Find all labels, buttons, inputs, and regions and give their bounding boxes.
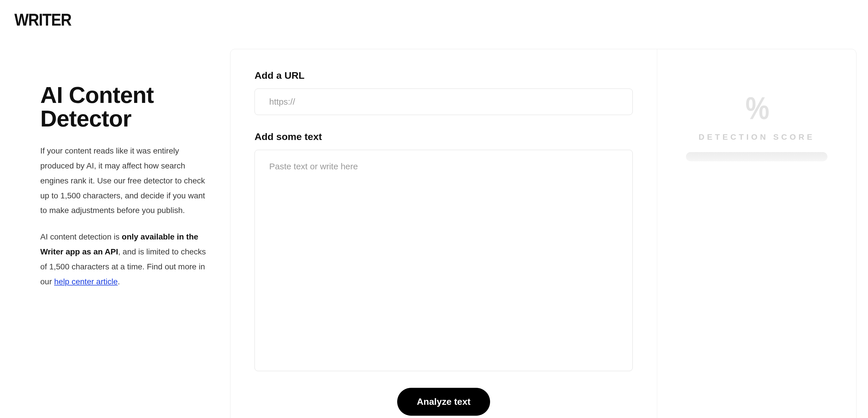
text-label: Add some text	[254, 131, 633, 142]
score-panel: % DETECTION SCORE	[657, 49, 856, 418]
detection-score-bar	[686, 152, 828, 161]
help-center-link[interactable]: help center article	[54, 277, 118, 286]
detection-score-label: DETECTION SCORE	[699, 132, 815, 142]
url-input[interactable]	[254, 89, 633, 115]
text-input[interactable]	[254, 150, 633, 371]
page-title: AI Content Detector	[40, 84, 213, 130]
writer-logo: WRITER	[14, 10, 71, 30]
intro-paragraph: If your content reads like it was entire…	[40, 143, 213, 218]
url-label: Add a URL	[254, 70, 633, 81]
sidebar: AI Content Detector If your content read…	[40, 49, 213, 418]
input-form: Add a URL Add some text Analyze text	[230, 49, 657, 418]
percent-icon: %	[745, 92, 768, 124]
api-note-prefix: AI content detection is	[40, 232, 122, 241]
main-container: AI Content Detector If your content read…	[40, 49, 857, 418]
api-note-paragraph: AI content detection is only available i…	[40, 229, 213, 289]
api-note-suffix: .	[118, 277, 120, 286]
analyze-button[interactable]: Analyze text	[397, 388, 490, 416]
detector-card: Add a URL Add some text Analyze text % D…	[230, 49, 857, 418]
